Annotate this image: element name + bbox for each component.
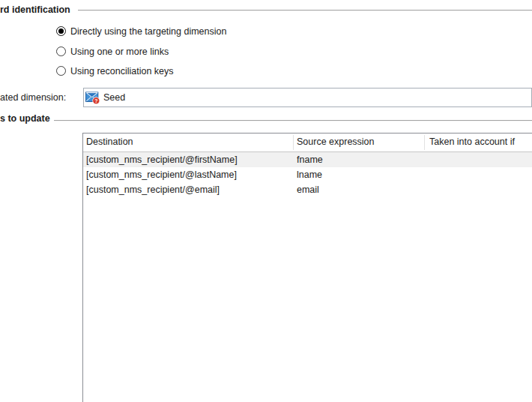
cell-taken-into-account-if [429,167,532,182]
column-separator [424,135,425,150]
radio-option-label: Using reconciliation keys [70,66,174,76]
record-identification-group-line [78,10,532,11]
targeted-dimension-value: Seed [103,92,125,103]
fields-to-update-group-label: s to update [0,112,50,124]
radio-option-reconciliation-keys[interactable]: Using reconciliation keys [56,65,174,76]
cell-destination: [custom_nms_recipient/@email] [83,182,297,197]
cell-source-expression: email [297,182,429,197]
column-header-destination[interactable]: Destination [83,134,297,152]
record-identification-pane: { "panel": { "group1_label": "rd identif… [0,0,532,402]
column-separator [293,135,294,150]
radio-option-targeting-dimension[interactable]: Directly using the targeting dimension [56,26,226,37]
radio-option-label: Directly using the targeting dimension [70,26,226,37]
cell-destination: [custom_nms_recipient/@lastName] [83,167,297,182]
cell-taken-into-account-if [429,152,532,167]
cell-destination: [custom_nms_recipient/@firstName] [83,152,297,167]
column-header-source-expression[interactable]: Source expression [297,134,429,152]
cell-source-expression: lname [297,167,429,182]
targeted-dimension-field[interactable]: ? Seed [83,88,532,107]
radio-unselected-icon[interactable] [56,46,66,56]
fields-to-update-group-line [54,120,532,122]
table-row-lastname[interactable]: [custom_nms_recipient/@lastName] lname [83,167,532,182]
targeted-dimension-label: ated dimension: [0,92,66,104]
radio-option-label: Using one or more links [70,46,169,57]
cell-taken-into-account-if [429,182,532,197]
column-header-taken-into-account-if[interactable]: Taken into account if [429,134,532,152]
radio-option-links[interactable]: Using one or more links [56,46,169,57]
cell-source-expression: fname [297,152,429,167]
fields-to-update-table: Destination Source expression Taken into… [82,133,532,402]
table-row-email[interactable]: [custom_nms_recipient/@email] email [83,182,532,197]
record-identification-group-label: rd identification [0,4,70,16]
envelope-question-icon: ? [85,91,100,104]
table-row-firstname[interactable]: [custom_nms_recipient/@firstName] fname [83,152,532,167]
radio-unselected-icon[interactable] [56,66,66,76]
radio-selected-icon[interactable] [56,26,66,36]
table-header-row: Destination Source expression Taken into… [83,134,532,152]
svg-text:?: ? [94,98,97,104]
